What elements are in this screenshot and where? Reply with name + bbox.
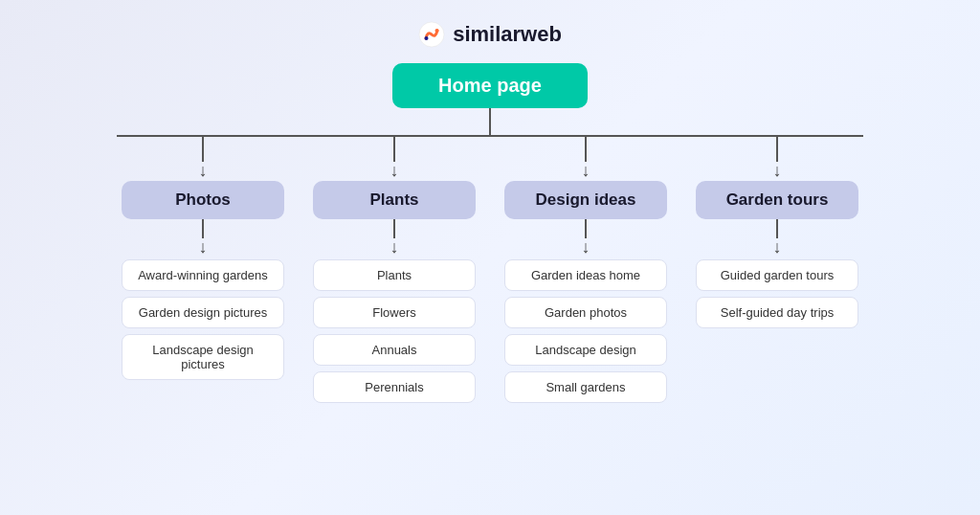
mid-vertical-line: [393, 219, 395, 238]
branch-vertical-line: [585, 137, 587, 162]
mid-vertical-line: [776, 219, 778, 238]
list-item: Flowers: [313, 297, 476, 328]
branch-garden-tours: ↓ Garden tours ↓ Guided garden tours Sel…: [691, 137, 863, 403]
sub-items-plants: Plants Flowers Annuals Perennials: [313, 259, 476, 403]
list-item: Annuals: [313, 334, 476, 366]
branch-photos: ↓ Photos ↓ Award-winning gardens Garden …: [117, 137, 289, 403]
list-item: Garden ideas home: [504, 259, 667, 291]
branch-design-ideas: ↓ Design ideas ↓ Garden ideas home Garde…: [500, 137, 672, 403]
branch-vertical-line: [202, 137, 204, 162]
branches-row: ↓ Photos ↓ Award-winning gardens Garden …: [117, 137, 863, 403]
similarweb-logo-icon: [418, 21, 445, 48]
tree-diagram: Home page ↓ Photos ↓ Award-winning garde…: [0, 63, 980, 403]
branch-vertical-line: [393, 137, 395, 162]
root-node: Home page: [392, 63, 588, 108]
list-item: Guided garden tours: [696, 259, 858, 291]
list-item: Garden design pictures: [122, 297, 284, 328]
list-item: Self-guided day trips: [696, 297, 858, 328]
category-plants: Plants: [313, 181, 476, 219]
horizontal-connector: [117, 135, 863, 137]
mid-vertical-line: [202, 219, 204, 238]
sub-arrow: ↓: [773, 238, 782, 256]
svg-point-2: [435, 29, 439, 33]
list-item: Garden photos: [504, 297, 667, 328]
sub-arrow: ↓: [390, 238, 399, 256]
list-item: Award-winning gardens: [122, 259, 284, 291]
branch-arrow: ↓: [582, 162, 590, 179]
category-design-ideas: Design ideas: [504, 181, 667, 219]
list-item: Small gardens: [504, 371, 667, 403]
list-item: Perennials: [313, 371, 476, 403]
list-item: Landscape design pictures: [122, 334, 284, 380]
branch-plants: ↓ Plants ↓ Plants Flowers Annuals Perenn…: [308, 137, 480, 403]
branch-vertical-line: [776, 137, 778, 162]
mid-vertical-line: [585, 219, 587, 238]
category-photos: Photos: [122, 181, 284, 219]
logo-text: similarweb: [453, 22, 562, 47]
svg-point-1: [425, 36, 429, 40]
branch-arrow: ↓: [199, 162, 208, 179]
branch-arrow: ↓: [773, 162, 782, 179]
sub-arrow: ↓: [199, 238, 208, 256]
list-item: Plants: [313, 259, 476, 291]
branch-arrow: ↓: [390, 162, 399, 179]
sub-arrow: ↓: [582, 238, 590, 256]
list-item: Landscape design: [504, 334, 667, 366]
sub-items-photos: Award-winning gardens Garden design pict…: [122, 259, 284, 380]
root-vertical-line: [489, 108, 491, 135]
sub-items-garden-tours: Guided garden tours Self-guided day trip…: [696, 259, 858, 328]
category-garden-tours: Garden tours: [696, 181, 858, 219]
logo-area: similarweb: [418, 21, 562, 48]
sub-items-design-ideas: Garden ideas home Garden photos Landscap…: [504, 259, 667, 403]
